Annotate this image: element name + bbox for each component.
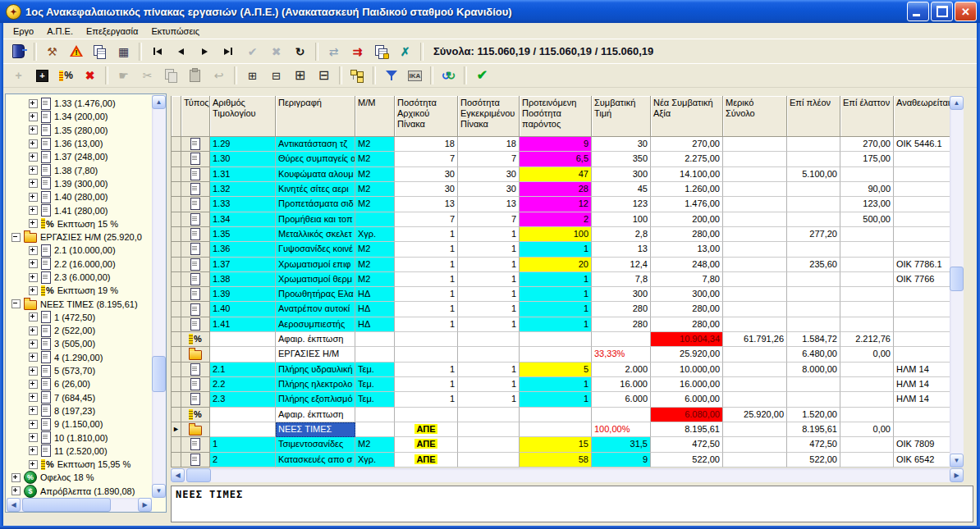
grid-cell-plus[interactable]: 8.000,00	[787, 363, 840, 377]
grid-row[interactable]: 2Κατασκευές απο σΧγρ.ΑΠΕ589522,00522,00Ο…	[172, 453, 950, 467]
grid-cell-q3[interactable]: 9	[520, 137, 592, 152]
grid-cell-num[interactable]: 1.32	[210, 182, 276, 197]
grid-cell-rev[interactable]	[894, 287, 950, 302]
grid-cell-plus[interactable]	[787, 242, 840, 257]
grid-cell-num[interactable]: 1.35	[210, 227, 276, 242]
grid-header-q2[interactable]: Ποσότητα Εγκεκριμένου Πίνακα	[458, 96, 520, 137]
grid-cell-minus[interactable]	[840, 317, 894, 332]
grid-cell-q3[interactable]: 1	[520, 317, 592, 332]
grid-cell-plus[interactable]	[787, 287, 840, 302]
tree-item[interactable]: 6 (26,00)	[7, 377, 152, 390]
grid-cell-mm[interactable]: ΗΔ	[355, 287, 395, 302]
grid-cell-rev[interactable]	[894, 332, 950, 347]
grid-cell-q2[interactable]: 18	[458, 137, 520, 152]
grid-row[interactable]: 1.37Χρωματισμοί επιφΜ2112012,4248,00235,…	[172, 258, 950, 272]
tree-hscroll-thumb[interactable]	[22, 498, 111, 512]
grid-cell-q1[interactable]: 18	[395, 137, 458, 152]
grid-row[interactable]: 1.38Χρωματισμοί θερμΜ21117,87,80ΟΙΚ 7766	[172, 272, 950, 287]
grid-cell-plus[interactable]	[787, 317, 840, 332]
grid-cell-sub[interactable]	[723, 242, 787, 257]
grid-header-q1[interactable]: Ποσότητα Αρχικού Πίνακα	[395, 96, 458, 137]
grid-cell-desc[interactable]: Αντικατάσταση τζ	[276, 137, 355, 152]
tree-item[interactable]: ΝΕΕΣ ΤΙΜΕΣ (8.195,61)	[7, 297, 152, 310]
grid-cell-mm[interactable]: Μ2	[355, 197, 395, 212]
grid-cell-q3[interactable]: 1	[520, 242, 592, 257]
grid-cell-price[interactable]: 280	[592, 317, 651, 332]
grid-cell-q2[interactable]	[458, 332, 520, 347]
grid-cell-q1[interactable]: ΑΠΕ	[395, 453, 458, 467]
expand-icon[interactable]	[29, 353, 38, 362]
transfer-icon[interactable]: ⇉	[346, 41, 369, 62]
grid-header-num[interactable]: Αριθμός Τιμολογίου	[210, 96, 276, 137]
expand-icon[interactable]	[29, 219, 38, 228]
grid-cell-value[interactable]: 270,00	[651, 137, 723, 152]
grid-cell-desc[interactable]: Ανατρέπον αυτοκί	[276, 302, 355, 317]
grid-cell-q2[interactable]: 1	[458, 392, 520, 407]
grid-cell-q2[interactable]: 13	[458, 197, 520, 212]
grid-cell-price[interactable]: 6.000	[592, 392, 651, 407]
nav-prev-icon[interactable]	[170, 41, 192, 62]
grid-cell-q1[interactable]: 1	[395, 363, 458, 377]
grid-cell-desc[interactable]: Πλήρης εξοπλισμό	[276, 392, 355, 407]
expand-icon[interactable]	[29, 393, 38, 402]
nav-first-icon[interactable]	[146, 41, 168, 62]
grid-hscroll-thumb[interactable]	[186, 468, 211, 482]
expand-icon[interactable]	[29, 326, 38, 335]
grid-cell-q3[interactable]: 20	[520, 258, 592, 272]
grid-row[interactable]: 1.30Θύρες συμπαγείς αΜ2776,53502.275,001…	[172, 152, 950, 166]
export-icon[interactable]: ✗	[394, 41, 416, 62]
grid-cell-minus[interactable]	[840, 392, 894, 407]
grid-cell-value[interactable]: 6.080,00	[651, 408, 723, 422]
grid-cell-q2[interactable]: 30	[458, 182, 520, 197]
grid-cell-plus[interactable]	[787, 212, 840, 227]
scroll-up-icon[interactable]: ▲	[950, 96, 964, 110]
grid-cell-price[interactable]: 100,00%	[592, 422, 651, 437]
grid-cell-num[interactable]: 1.31	[210, 167, 276, 182]
grid-cell-q1[interactable]	[395, 408, 458, 422]
grid-cell-value[interactable]: 248,00	[651, 258, 723, 272]
grid-cell-desc[interactable]: ΝΕΕΣ ΤΙΜΕΣ	[276, 422, 355, 437]
grid-cell-price[interactable]: 2,8	[592, 227, 651, 242]
tree-item[interactable]: 11 (2.520,00)	[7, 445, 152, 458]
grid-cell-minus[interactable]: 500,00	[840, 212, 894, 227]
grid-cell-q1[interactable]: 1	[395, 287, 458, 302]
grid-cell-desc[interactable]: Αφαιρ. έκπτωση	[276, 332, 355, 347]
grid-header-rev[interactable]: Αναθεωρείται	[894, 96, 950, 137]
tree-item[interactable]: 10 (1.810,00)	[7, 431, 152, 444]
grid-cell-sub[interactable]	[723, 152, 787, 166]
grid-cell-desc[interactable]: Χρωματισμοί θερμ	[276, 272, 355, 287]
grid-cell-minus[interactable]	[840, 258, 894, 272]
grid-cell-value[interactable]: 2.275,00	[651, 152, 723, 166]
grid-cell-q2[interactable]: 7	[458, 212, 520, 227]
grid-header-plus[interactable]: Επί πλέον	[787, 96, 840, 137]
grid-cell-sub[interactable]	[723, 437, 787, 452]
grid-cell-mm[interactable]: ΗΔ	[355, 302, 395, 317]
grid-cell-q3[interactable]: 15	[520, 437, 592, 452]
grid-cell-minus[interactable]: 123,00	[840, 197, 894, 212]
expand-icon[interactable]	[29, 420, 38, 429]
grid-cell-minus[interactable]	[840, 302, 894, 317]
grid-cell-q3[interactable]: 28	[520, 182, 592, 197]
grid-row[interactable]: 1.41ΑεροσυμπιεστήςΗΔ111280280,00	[172, 317, 950, 332]
grid-cell-q3[interactable]: 2	[520, 212, 592, 227]
tree-item[interactable]: 1.36 (13,00)	[7, 137, 152, 150]
grid-cell-q2[interactable]	[458, 437, 520, 452]
recalc-icon[interactable]: ↺↻	[437, 65, 460, 86]
grid-cell-sub[interactable]: 25.920,00	[723, 408, 787, 422]
grid-cell-q1[interactable]	[395, 332, 458, 347]
grid-cell-mm[interactable]: Μ2	[355, 437, 395, 452]
grid-cell-num[interactable]	[210, 422, 276, 437]
copy-doc-icon[interactable]	[370, 41, 392, 62]
grid-cell-q2[interactable]: 1	[458, 377, 520, 392]
collapse-icon[interactable]	[11, 299, 21, 308]
grid-row[interactable]: ►ΝΕΕΣ ΤΙΜΕΣΑΠΕ100,00%8.195,618.195,610,0…	[172, 422, 950, 437]
grid-cell-mm[interactable]: Μ2	[355, 152, 395, 166]
grid-cell-q3[interactable]: 6,5	[520, 152, 592, 166]
expand-icon[interactable]	[29, 433, 38, 442]
grid-cell-plus[interactable]	[787, 137, 840, 152]
grid-header-sub[interactable]: Μερικό Σύνολο	[723, 96, 787, 137]
grid-cell-sub[interactable]	[723, 227, 787, 242]
grid-cell-value[interactable]: 8.195,61	[651, 422, 723, 437]
grid-cell-q2[interactable]: 1	[458, 287, 520, 302]
grid-cell-num[interactable]	[210, 347, 276, 362]
